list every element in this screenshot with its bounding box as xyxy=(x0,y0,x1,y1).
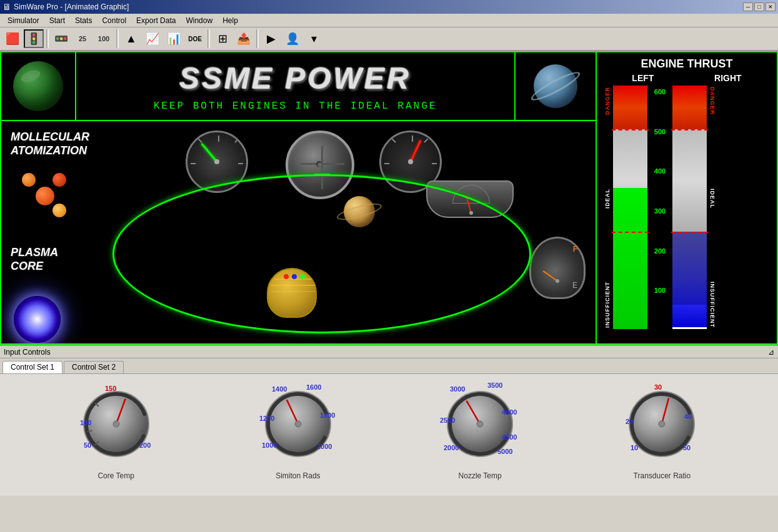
right-zone-labels: DANGER IDEAL INSUFFICIENT xyxy=(707,86,718,329)
toolbar-btn-chart[interactable]: 📈 xyxy=(142,29,162,48)
tabs-bar: Control Set 1 Control Set 2 xyxy=(0,358,778,374)
input-controls-title: Input Controls xyxy=(4,348,51,357)
thrust-labels: LEFT RIGHT xyxy=(602,73,772,83)
toolbar-btn-table[interactable]: ⊞ xyxy=(212,29,232,48)
fuel-e-label: E xyxy=(572,281,577,290)
menu-start[interactable]: Start xyxy=(44,15,70,26)
knob-3-svg[interactable]: 2000 2500 3000 3500 4000 4500 5000 xyxy=(436,380,524,468)
knob-2-wrapper: 1000 1200 1400 1600 1800 2000 xyxy=(254,380,342,468)
toolbar-btn-3[interactable]: 🚥 xyxy=(51,29,71,48)
ideal-label-left: IDEAL xyxy=(604,189,611,209)
right-ideal-line xyxy=(671,232,708,233)
tab-control-set-2[interactable]: Control Set 2 xyxy=(64,361,124,373)
knob-simiton-rads: 1000 1200 1400 1600 1800 2000 Simiton Ra… xyxy=(254,380,342,480)
scale-200: 200 xyxy=(654,247,666,255)
sim-panel: SSME POWER KEEP BOTH ENGINES IN THE IDEA… xyxy=(1,52,596,343)
thrust-title: ENGINE THRUST xyxy=(602,57,772,71)
toolbar-separator-3 xyxy=(207,29,210,48)
danger-label-left: DANGER xyxy=(604,87,611,115)
svg-text:2500: 2500 xyxy=(440,416,455,424)
left-active-fill xyxy=(613,188,647,329)
title-bar-controls: ─ □ ✕ xyxy=(743,2,776,11)
right-bar-wrapper xyxy=(672,86,707,329)
saturn-body xyxy=(344,196,375,227)
svg-text:40: 40 xyxy=(684,413,692,420)
scale-600: 600 xyxy=(654,88,666,96)
knob-4-wrapper: 10 20 30 40 50 xyxy=(618,380,706,468)
toolbar-separator-1 xyxy=(46,29,49,48)
toolbar-btn-bar[interactable]: 📊 xyxy=(164,29,184,48)
knob-1-svg[interactable]: 50 100 150 200 xyxy=(72,380,160,468)
svg-point-41 xyxy=(659,421,665,427)
sim-body: MOLLECULARATOMIZATION PLASMACORE xyxy=(1,121,596,343)
svg-text:1200: 1200 xyxy=(259,415,274,422)
knob-4-svg[interactable]: 10 20 30 40 50 xyxy=(618,380,706,468)
insufficient-label-left: INSUFFICIENT xyxy=(604,282,611,328)
toolbar-btn-run[interactable]: ▶ xyxy=(261,29,281,48)
thrust-panel: ENGINE THRUST LEFT RIGHT DANGER IDEAL IN… xyxy=(596,52,777,343)
fuel-f-label: F xyxy=(573,245,577,254)
svg-text:100: 100 xyxy=(80,419,91,426)
app-icon: 🖥 xyxy=(2,2,11,12)
ideal-label-right: IDEAL xyxy=(709,189,716,209)
svg-text:4000: 4000 xyxy=(502,408,517,416)
right-danger-segment xyxy=(672,86,707,129)
atom-2 xyxy=(52,173,66,187)
atom-3 xyxy=(52,204,66,217)
svg-text:3500: 3500 xyxy=(487,382,502,389)
toolbar-btn-2[interactable]: 🚦 xyxy=(24,29,44,48)
saturn-in-orbit xyxy=(344,196,375,227)
svg-text:4500: 4500 xyxy=(502,433,517,441)
left-zone-labels: DANGER IDEAL INSUFFICIENT xyxy=(602,86,613,329)
maximize-button[interactable]: □ xyxy=(754,2,764,11)
toolbar-dropdown[interactable]: ▾ xyxy=(304,29,324,48)
main-title: SSME POWER xyxy=(179,61,411,96)
planet-graphic xyxy=(527,58,584,114)
knob-2-svg[interactable]: 1000 1200 1400 1600 1800 2000 xyxy=(254,380,342,468)
menu-help[interactable]: Help xyxy=(217,15,243,26)
svg-text:50: 50 xyxy=(683,444,691,451)
scale-500: 500 xyxy=(654,128,666,135)
title-bar: 🖥 SimWare Pro - [Animated Graphic] ─ □ ✕ xyxy=(0,0,778,14)
menu-window[interactable]: Window xyxy=(181,15,217,26)
window-title: SimWare Pro - [Animated Graphic] xyxy=(14,2,129,11)
toolbar-btn-person[interactable]: 👤 xyxy=(282,29,302,48)
knob-3-wrapper: 2000 2500 3000 3500 4000 4500 5000 xyxy=(436,380,524,468)
left-bar-wrapper xyxy=(613,86,647,329)
fuel-gauge-body: F E xyxy=(529,237,586,299)
right-ideal-segment xyxy=(672,129,707,232)
menu-stats[interactable]: Stats xyxy=(70,15,97,26)
toolbar-separator-4 xyxy=(256,29,259,48)
toolbar-btn-triangle[interactable]: ▲ xyxy=(121,29,141,48)
toolbar-btn-doe[interactable]: DOE xyxy=(185,29,205,48)
toolbar-btn-export[interactable]: 📤 xyxy=(234,29,254,48)
svg-text:20: 20 xyxy=(626,418,633,425)
thrust-bars-row: DANGER IDEAL INSUFFICIENT xyxy=(602,86,772,329)
fuel-gauge: F E xyxy=(529,237,586,299)
menu-control[interactable]: Control xyxy=(97,15,131,26)
minimize-button[interactable]: ─ xyxy=(743,2,753,11)
menu-export-data[interactable]: Export Data xyxy=(131,15,181,26)
plasma-label: PLASMACORE xyxy=(11,246,58,273)
right-active-fill xyxy=(672,305,707,329)
toolbar-btn-1[interactable]: 🟥 xyxy=(2,29,22,48)
main-area: SSME POWER KEEP BOTH ENGINES IN THE IDEA… xyxy=(0,51,778,345)
tab-control-set-1[interactable]: Control Set 1 xyxy=(2,361,62,373)
toolbar-btn-4[interactable]: 25 xyxy=(72,29,92,48)
svg-text:5000: 5000 xyxy=(497,448,512,455)
svg-text:10: 10 xyxy=(631,444,638,451)
right-bottom-bar xyxy=(672,327,707,329)
dock-icon: ⊿ xyxy=(768,348,774,357)
knobs-area: 50 100 150 200 Core Temp xyxy=(0,374,778,496)
knob-1-wrapper: 50 100 150 200 xyxy=(72,380,160,468)
close-button[interactable]: ✕ xyxy=(766,2,776,11)
svg-text:200: 200 xyxy=(139,441,151,449)
svg-point-21 xyxy=(295,421,301,427)
left-danger-line xyxy=(612,129,649,131)
bottom-panel: Input Controls ⊿ Control Set 1 Control S… xyxy=(0,345,778,495)
atom-center xyxy=(36,187,54,205)
menu-bar: Simulator Start Stats Control Export Dat… xyxy=(0,14,778,27)
menu-simulator[interactable]: Simulator xyxy=(2,15,44,26)
knob-2-label: Simiton Rads xyxy=(276,471,320,480)
toolbar-btn-5[interactable]: 100 xyxy=(94,29,114,48)
